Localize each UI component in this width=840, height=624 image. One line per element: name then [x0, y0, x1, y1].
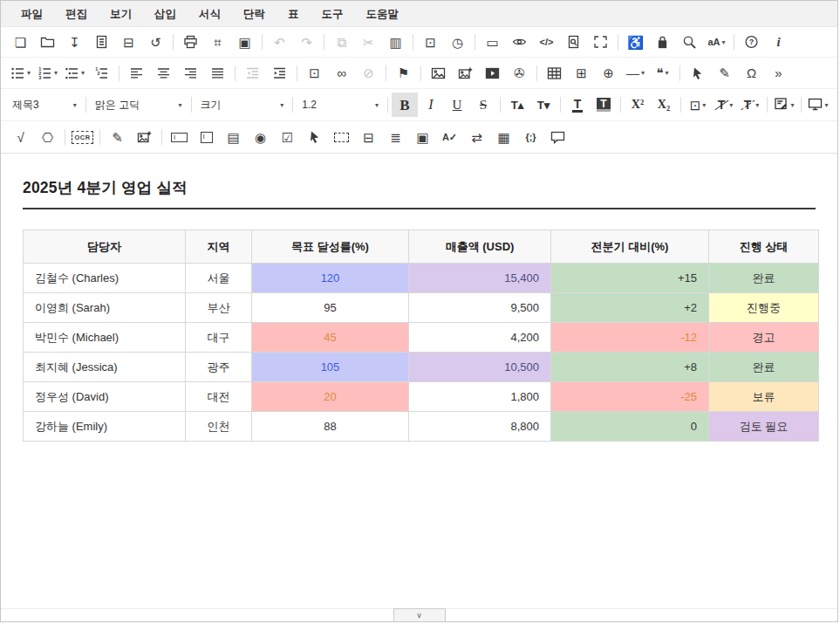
ocr-button[interactable]: OCR — [69, 126, 96, 148]
cell-5-2[interactable]: 88 — [252, 412, 409, 442]
text-field-button[interactable]: I — [166, 126, 193, 148]
paragraph-format-button[interactable]: ⊡ — [301, 62, 328, 85]
document-history-button[interactable]: ↺ — [142, 31, 169, 53]
menu-item-7[interactable]: 도구 — [311, 2, 355, 26]
fullscreen-button[interactable] — [587, 31, 614, 53]
multilevel-list-button[interactable]: ▾ — [61, 62, 88, 85]
ruler-button[interactable]: ▭ — [479, 31, 506, 53]
cell-2-3[interactable]: 4,200 — [409, 323, 551, 353]
cell-1-2[interactable]: 95 — [252, 293, 409, 323]
menu-item-4[interactable]: 서식 — [188, 2, 232, 26]
sales-table[interactable]: 담당자지역목표 달성률(%)매출액 (USD)전분기 대비(%)진행 상태김철수… — [23, 230, 819, 442]
list-settings-button[interactable]: ▦ — [490, 126, 517, 148]
cell-5-4[interactable]: 0 — [551, 412, 709, 442]
special-character-button[interactable]: Ω — [738, 62, 765, 85]
text-area-button[interactable]: I — [193, 126, 220, 148]
hidden-field-button[interactable] — [328, 126, 355, 148]
menu-item-1[interactable]: 편집 — [54, 2, 99, 26]
cell-1-1[interactable]: 부산 — [186, 293, 252, 323]
cell-3-3[interactable]: 10,500 — [409, 353, 551, 382]
cell-1-0[interactable]: 이영희 (Sarah) — [24, 293, 186, 323]
select-tool-button[interactable] — [684, 62, 711, 85]
help-button[interactable]: ? — [738, 31, 765, 53]
decrease-font-size-button[interactable]: T▾ — [530, 93, 557, 117]
find-in-document-button[interactable] — [560, 31, 587, 53]
document-title[interactable]: 2025년 4분기 영업 실적 — [23, 154, 816, 208]
save-document-button[interactable]: ↧ — [61, 31, 88, 53]
align-right-button[interactable] — [177, 62, 204, 85]
insert-box-button[interactable]: ⊞ — [568, 62, 595, 85]
screen-view-button[interactable]: ▾ — [805, 93, 831, 117]
cell-2-4[interactable]: -12 — [551, 323, 709, 353]
radio-button-button[interactable]: ◉ — [247, 126, 274, 148]
cell-1-3[interactable]: 9,500 — [409, 293, 551, 323]
clipboard-history-button[interactable]: ◷ — [444, 31, 471, 53]
cell-1-5[interactable]: 진행중 — [709, 293, 819, 323]
cell-3-4[interactable]: +8 — [551, 353, 709, 382]
menu-item-2[interactable]: 보기 — [99, 2, 143, 26]
print-button[interactable] — [177, 31, 204, 53]
math-formula-button[interactable]: √ — [7, 126, 34, 148]
cell-2-0[interactable]: 박민수 (Michael) — [24, 323, 186, 353]
new-document-button[interactable]: ❏ — [7, 31, 34, 53]
cell-0-1[interactable]: 서울 — [186, 264, 252, 293]
comment-button[interactable] — [544, 126, 571, 148]
cell-4-5[interactable]: 보류 — [709, 382, 819, 412]
cell-5-3[interactable]: 8,800 — [409, 412, 551, 442]
form-document-button[interactable]: ▣ — [409, 126, 436, 148]
bullet-list-button[interactable]: ▾ — [7, 62, 34, 85]
paragraph-style-select[interactable]: 제목3▾ — [7, 93, 82, 116]
cell-5-5[interactable]: 검토 필요 — [709, 412, 819, 442]
document-editing-area[interactable]: 2025년 4분기 영업 실적 담당자지역목표 달성률(%)매출액 (USD)전… — [1, 154, 837, 601]
attach-file-button[interactable]: ✇ — [506, 62, 533, 85]
form-list-button[interactable]: ≣ — [382, 126, 409, 148]
accessibility-button[interactable]: ♿ — [622, 31, 649, 53]
cell-4-4[interactable]: -25 — [551, 382, 709, 412]
font-family-select[interactable]: 맑은 고딕▾ — [90, 93, 188, 116]
menu-item-0[interactable]: 파일 — [10, 2, 54, 26]
bold-button[interactable]: B — [392, 93, 418, 117]
column-header-3[interactable]: 매출액 (USD) — [409, 230, 551, 264]
print-page-setup-button[interactable]: ⌗ — [204, 31, 231, 53]
insert-image-button[interactable] — [425, 62, 452, 85]
cell-0-4[interactable]: +15 — [551, 264, 709, 293]
cell-0-0[interactable]: 김철수 (Charles) — [24, 264, 186, 293]
cell-2-5[interactable]: 경고 — [709, 323, 819, 353]
cell-3-2[interactable]: 105 — [252, 353, 409, 382]
outline-numbering-button[interactable]: 12 — [88, 62, 115, 85]
font-size-select[interactable]: 크기▾ — [195, 93, 290, 116]
code-view-button[interactable]: </> — [533, 31, 560, 53]
collapse-panel-button[interactable]: ∨ — [393, 608, 446, 621]
insert-link-button[interactable]: ∞ — [328, 62, 355, 85]
align-left-button[interactable] — [123, 62, 150, 85]
ai-image-button[interactable] — [131, 126, 158, 148]
cell-3-0[interactable]: 최지혜 (Jessica) — [24, 353, 186, 382]
cell-5-1[interactable]: 인천 — [186, 412, 252, 442]
cell-0-2[interactable]: 120 — [252, 264, 409, 293]
chemical-formula-button[interactable]: ⎔ — [34, 126, 61, 148]
lock-button[interactable] — [649, 31, 676, 53]
cell-5-0[interactable]: 강하늘 (Emily) — [24, 412, 186, 442]
cell-1-4[interactable]: +2 — [551, 293, 709, 323]
format-painter-button[interactable]: ⊡▾ — [685, 93, 711, 117]
font-scale-button[interactable]: aA▾ — [703, 31, 730, 53]
cell-4-2[interactable]: 20 — [252, 382, 409, 412]
column-header-5[interactable]: 진행 상태 — [709, 230, 819, 264]
cell-2-1[interactable]: 대구 — [186, 323, 252, 353]
document-text-button[interactable] — [88, 31, 115, 53]
preview-button[interactable] — [506, 31, 533, 53]
cell-0-5[interactable]: 완료 — [709, 264, 819, 293]
column-header-2[interactable]: 목표 달성률(%) — [252, 230, 409, 264]
menu-item-3[interactable]: 삽입 — [143, 2, 188, 26]
column-header-0[interactable]: 담당자 — [24, 230, 186, 264]
cell-4-0[interactable]: 정우성 (David) — [24, 382, 186, 412]
page-border-button[interactable]: ▣ — [231, 31, 258, 53]
document-convert-button[interactable]: ⇄ — [463, 126, 490, 148]
column-header-4[interactable]: 전분기 대비(%) — [551, 230, 709, 264]
spell-check-button[interactable]: A✓ — [436, 126, 463, 148]
style-settings-button[interactable]: ▾ — [771, 93, 797, 117]
line-height-select[interactable]: 1.2▾ — [297, 93, 384, 116]
strikethrough-button[interactable]: S — [470, 93, 496, 117]
code-snippet-button[interactable]: {;} — [517, 126, 544, 148]
cell-3-1[interactable]: 광주 — [186, 353, 252, 382]
